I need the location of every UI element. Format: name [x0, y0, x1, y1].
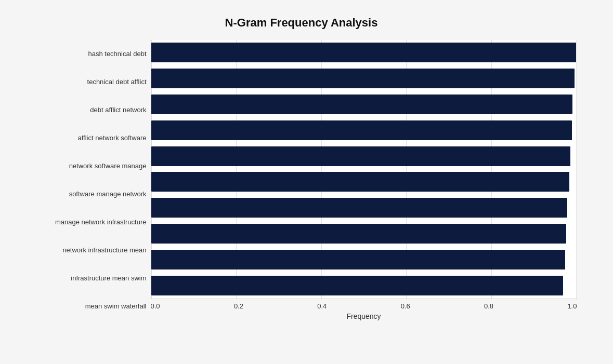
bars-area	[151, 40, 577, 299]
bar-row	[151, 67, 577, 90]
y-label: infrastructure mean swim	[71, 274, 146, 282]
y-label: network software manage	[69, 162, 147, 170]
x-tick: 0.2	[234, 302, 243, 310]
bars-and-x: 0.00.20.40.60.81.0 Frequency	[151, 40, 577, 320]
bar	[151, 120, 572, 140]
chart-title: N-Gram Frequency Analysis	[26, 16, 577, 30]
x-tick: 0.0	[151, 302, 160, 310]
bar-row	[151, 222, 577, 245]
bar-row	[151, 274, 577, 297]
y-label: afflict network software	[78, 134, 147, 142]
y-label: technical debt afflict	[87, 78, 147, 86]
bar	[151, 224, 567, 244]
bar-row	[151, 41, 577, 64]
y-label: hash technical debt	[88, 50, 146, 58]
bar-row	[151, 196, 577, 219]
bar-row	[151, 119, 577, 142]
y-label: software manage network	[69, 190, 147, 198]
bar	[151, 250, 565, 269]
bar	[151, 43, 576, 62]
bar	[151, 146, 571, 166]
bar-row	[151, 170, 577, 193]
y-label: debt afflict network	[90, 106, 146, 114]
bar-row	[151, 93, 577, 116]
chart-area: hash technical debttechnical debt afflic…	[26, 40, 577, 320]
y-label: network infrastructure mean	[62, 246, 146, 254]
x-tick: 0.6	[401, 302, 410, 310]
bar	[151, 276, 564, 295]
bar	[151, 198, 568, 218]
y-labels: hash technical debttechnical debt afflic…	[26, 40, 151, 320]
bar-row	[151, 145, 577, 168]
bar-row	[151, 248, 577, 271]
chart-container: N-Gram Frequency Analysis hash technical…	[21, 6, 593, 359]
x-axis: 0.00.20.40.60.81.0	[151, 299, 577, 310]
x-axis-label: Frequency	[151, 312, 577, 320]
y-label: mean swim waterfall	[85, 302, 147, 311]
bar	[151, 172, 569, 192]
x-tick: 1.0	[567, 302, 577, 310]
bar	[151, 95, 573, 114]
x-tick: 0.4	[317, 302, 327, 310]
y-label: manage network infrastructure	[55, 218, 147, 226]
x-tick: 0.8	[484, 302, 493, 310]
bar	[151, 69, 575, 88]
